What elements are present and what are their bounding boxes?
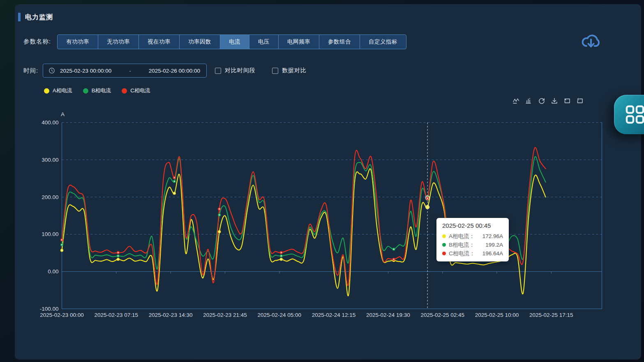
zoom-restore-icon[interactable] xyxy=(576,97,584,105)
time-start-value[interactable]: 2025-02-23 00:00:00 xyxy=(60,68,111,74)
legend-item-B相电流[interactable]: B相电流 xyxy=(83,87,111,94)
param-tab-电压[interactable]: 电压 xyxy=(249,34,279,49)
tooltip-series-dot xyxy=(442,252,446,255)
line-chart-icon[interactable] xyxy=(512,97,520,105)
data-compare-checkbox[interactable]: 数据对比 xyxy=(272,67,307,74)
chart-plot-area[interactable] xyxy=(62,122,602,309)
compare-period-checkbox[interactable]: 对比时间段 xyxy=(215,67,256,74)
tooltip-row: A相电流：172.96A xyxy=(442,232,503,241)
save-image-icon[interactable] xyxy=(551,97,558,105)
tooltip-series-dot xyxy=(442,243,446,247)
legend-color-dot xyxy=(122,88,127,94)
chart-legend: A相电流B相电流C相电流 xyxy=(44,87,150,94)
bar-chart-icon[interactable] xyxy=(525,97,533,105)
tooltip-series-value: 199.2A xyxy=(485,242,503,248)
time-label: 时间: xyxy=(23,67,38,75)
zoom-box-icon[interactable] xyxy=(563,97,571,105)
legend-label: A相电流 xyxy=(53,87,72,94)
param-tab-视在功率[interactable]: 视在功率 xyxy=(138,34,180,49)
chart-tooltip: 2025-02-25 00:45 A相电流：172.96AB相电流：199.2A… xyxy=(436,218,509,261)
tooltip-row: B相电流：199.2A xyxy=(442,241,503,249)
time-range-input[interactable]: 2025-02-23 00:00:00 - 2025-02-26 00:00:0… xyxy=(43,64,207,78)
param-tab-无功功率[interactable]: 无功功率 xyxy=(98,34,139,49)
tooltip-series-name: C相电流： xyxy=(449,250,475,257)
app-launcher-button[interactable] xyxy=(614,95,644,134)
page-title: 电力监测 xyxy=(25,13,53,22)
param-tab-自定义指标[interactable]: 自定义指标 xyxy=(360,34,406,49)
checkbox-icon[interactable] xyxy=(215,68,221,74)
param-tab-有功功率[interactable]: 有功功率 xyxy=(57,34,98,49)
time-separator: - xyxy=(111,68,148,74)
cloud-download-icon[interactable] xyxy=(579,30,602,51)
param-tab-参数组合[interactable]: 参数组合 xyxy=(319,34,360,49)
power-monitor-page: 电力监测 参数名称: 有功功率无功功率视在功率功率因数电流电压电网频率参数组合自… xyxy=(0,0,644,362)
data-compare-label: 数据对比 xyxy=(282,67,307,74)
legend-color-dot xyxy=(83,88,88,94)
tooltip-series-name: B相电流： xyxy=(449,241,475,249)
param-name-label: 参数名称: xyxy=(23,38,51,46)
tooltip-row: C相电流：196.64A xyxy=(442,249,503,258)
tooltip-series-value: 196.64A xyxy=(482,250,503,257)
grid-apps-icon xyxy=(624,104,644,125)
title-accent-bar xyxy=(18,13,21,21)
legend-label: B相电流 xyxy=(92,87,111,94)
checkbox-icon[interactable] xyxy=(272,68,278,74)
legend-item-C相电流[interactable]: C相电流 xyxy=(122,87,150,94)
tooltip-series-dot xyxy=(442,234,446,238)
compare-period-label: 对比时间段 xyxy=(225,67,256,74)
param-tab-功率因数[interactable]: 功率因数 xyxy=(179,34,220,49)
restore-icon[interactable] xyxy=(538,97,545,105)
legend-label: C相电流 xyxy=(130,87,150,94)
tooltip-series-name: A相电流： xyxy=(449,233,475,240)
param-tab-group: 有功功率无功功率视在功率功率因数电流电压电网频率参数组合自定义指标 xyxy=(57,34,406,49)
legend-item-A相电流[interactable]: A相电流 xyxy=(44,87,72,94)
param-tab-电网频率[interactable]: 电网频率 xyxy=(278,34,319,49)
tooltip-series-value: 172.96A xyxy=(482,233,503,239)
clock-icon xyxy=(48,67,55,74)
time-end-value[interactable]: 2025-02-26 00:00:00 xyxy=(149,68,200,74)
legend-color-dot xyxy=(44,88,49,94)
param-tab-电流[interactable]: 电流 xyxy=(220,34,249,49)
chart-toolbox xyxy=(512,97,584,105)
tooltip-timestamp: 2025-02-25 00:45 xyxy=(442,222,503,229)
